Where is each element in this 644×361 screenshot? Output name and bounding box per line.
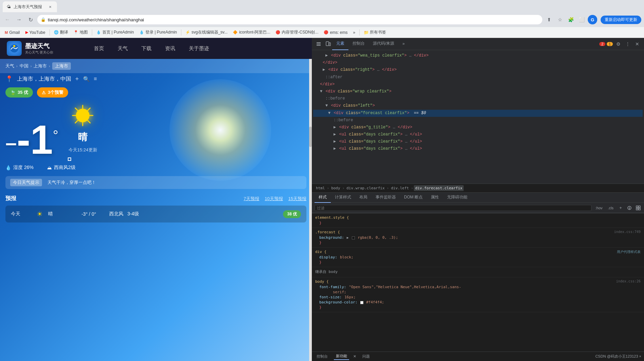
aqi-badge[interactable]: 🍃 35 优 <box>5 87 33 98</box>
bookmark-svg[interactable]: ⚡ svg在线编辑器_sv... <box>183 29 229 36</box>
color-swatch-body-bg[interactable] <box>360 301 363 304</box>
address-bar[interactable]: 🔒 tianqi.moji.com/weather/china/shanghai… <box>37 15 542 24</box>
dom-line-5[interactable]: </div> <box>313 81 643 88</box>
bookmark-gmail[interactable]: M Gmail <box>3 29 22 36</box>
dom-line-9-selected[interactable]: ▼ <div class="forecast clearfix"> == $0 <box>313 110 643 117</box>
dom-line-4[interactable]: ::after <box>313 74 643 81</box>
forecast-tab-10[interactable]: 10天预报 <box>265 196 283 202</box>
search-location-btn[interactable]: 🔍 <box>83 76 90 82</box>
breadcrumb-shanghai-district[interactable]: 上海市 <box>52 62 71 70</box>
bookmark-pureadmin1[interactable]: 💧 首页 | PureAdmin <box>94 29 136 36</box>
add-location-btn[interactable]: + <box>75 76 79 83</box>
breadcrumb-china[interactable]: 中国 <box>20 63 28 69</box>
dom-line-8[interactable]: ▼ <div class="left"> <box>313 102 643 109</box>
styles-filter-input[interactable] <box>315 205 591 211</box>
nav-news[interactable]: 资讯 <box>165 45 175 52</box>
style-prop-font-family-cont: serif; <box>315 290 641 295</box>
dom-line-10[interactable]: ::before <box>313 117 643 124</box>
elem-crumb-body[interactable]: body <box>330 185 342 191</box>
breadcrumb-shanghai-city[interactable]: 上海市 <box>34 63 47 69</box>
color-swatch-bg[interactable] <box>352 236 355 239</box>
nav-about[interactable]: 关于墨迹 <box>189 45 209 52</box>
devtools-settings-btn[interactable]: ⚙ <box>614 40 622 48</box>
update-button[interactable]: 重新启动即可更新 <box>601 16 641 24</box>
bottom-close-btn[interactable]: ✕ <box>353 354 356 359</box>
split-button[interactable]: ⬜ <box>577 15 586 24</box>
devtools-tab-elements[interactable]: 元素 <box>332 38 348 50</box>
nav-home[interactable]: 首页 <box>94 45 104 52</box>
subtab-event-listeners[interactable]: 事件监听器 <box>371 193 400 203</box>
elem-crumb-wrap[interactable]: div.wrap.clearfix <box>345 185 386 191</box>
devtools-device-btn[interactable] <box>324 40 332 48</box>
scrollbar-thumb[interactable] <box>309 127 312 147</box>
svg-line-7 <box>88 121 90 123</box>
breadcrumb-tianqi[interactable]: 天气 <box>5 63 14 69</box>
filter-toggle-icon[interactable] <box>626 205 632 211</box>
filter-color-icon[interactable] <box>635 205 641 211</box>
devtools-more-btn[interactable]: ⋮ <box>624 40 632 48</box>
bookmark-folder[interactable]: 📁 所有书签 <box>362 29 388 36</box>
devtools-tab-console[interactable]: 控制台 <box>348 38 369 50</box>
bookmark-maps[interactable]: 📍 地图 <box>72 29 90 36</box>
devtools-tab-sources[interactable]: 源代码/来源 <box>369 38 398 50</box>
dom-line-2[interactable]: </div> <box>313 59 643 66</box>
aqi-badge-text: 35 优 <box>18 89 28 95</box>
dom-line-1[interactable]: ▶ <div class="wea_tips clearfix"> … </di… <box>313 52 643 59</box>
dom-line-3[interactable]: ▶ <div class="right"> … </div> <box>313 66 643 73</box>
nav-weather[interactable]: 天气 <box>118 45 128 52</box>
extensions-button[interactable]: 🧩 <box>566 15 576 24</box>
forecast-tab-15[interactable]: 15天预报 <box>288 196 306 202</box>
bottom-tab-console[interactable]: 控制台 <box>315 353 330 360</box>
subtab-styles[interactable]: 样式 <box>315 193 331 203</box>
bookmark-ems[interactable]: 🔴 ems: ems <box>322 29 349 36</box>
elem-crumb-forecast[interactable]: div.forecast.clearfix <box>414 185 464 191</box>
dom-line-13[interactable]: ▶ <ul class="days clearfix"> … </ul> <box>313 138 643 145</box>
bookmark-csdn[interactable]: 🔴 内容管理-CSDN创... <box>274 29 320 36</box>
devtools-tab-more[interactable]: » <box>398 38 409 50</box>
alerts-badge[interactable]: ⚠ 3个预警 <box>37 87 68 98</box>
profile-avatar[interactable]: G <box>588 15 597 24</box>
bookmark-iconfont[interactable]: 🔶 iconfont-阿里巴... <box>231 29 272 36</box>
bookmark-button[interactable]: ☆ <box>555 15 565 24</box>
filter-cls-btn[interactable]: .cls <box>607 205 615 211</box>
dom-line-6[interactable]: ▼ <div class="wrap clearfix"> <box>313 88 643 95</box>
scrollbar[interactable] <box>309 59 312 361</box>
subtab-properties[interactable]: 属性 <box>427 193 443 203</box>
bottom-tab-new[interactable]: 新功能 <box>334 353 349 360</box>
nav-download[interactable]: 下载 <box>141 45 152 52</box>
forecast-tab-7[interactable]: 7天预报 <box>244 196 259 202</box>
share-button[interactable]: ⬆ <box>544 15 554 24</box>
weather-site: 墨迹天气 关心天气·更关心你 首页 天气 下载 资讯 关于墨迹 天气 › 中国 … <box>0 38 312 361</box>
dom-line-11[interactable]: ▶ <div class="g_title"> … </div> <box>313 124 643 131</box>
dom-line-14[interactable]: ▶ <ul class="days clearfix"> … </ul> <box>313 145 643 152</box>
bookmark-youtube[interactable]: ▶ YouTube <box>23 29 47 36</box>
bottom-tab-issues[interactable]: 问题 <box>360 353 372 360</box>
list-location-btn[interactable]: ≡ <box>94 76 97 82</box>
subtab-computed[interactable]: 计算样式 <box>331 193 355 203</box>
forward-button[interactable]: → <box>14 15 24 24</box>
elem-crumb-left[interactable]: div.left <box>389 185 410 191</box>
logo-text: 墨迹天气 关心天气·更关心你 <box>25 42 53 55</box>
refresh-button[interactable]: ↻ <box>26 15 35 24</box>
style-block-forecast: .forecast { index.css:749 background: ▶ … <box>312 228 644 248</box>
dom-line-12[interactable]: ▶ <ul class="days clearfix"> … </ul> <box>313 131 643 138</box>
bookmark-translate[interactable]: 🌐 翻译 <box>52 29 70 36</box>
filter-hov-btn[interactable]: :hov <box>594 205 604 211</box>
filter-add-icon[interactable]: + <box>618 205 624 211</box>
dom-line-7[interactable]: ::before <box>313 95 643 102</box>
devtools-close-btn[interactable]: ✕ <box>633 40 641 48</box>
sun-small-icon: ☀ <box>37 210 43 218</box>
logo-sub-text: 关心天气·更关心你 <box>25 50 53 55</box>
bookmark-more[interactable]: » <box>351 29 358 36</box>
subtab-dom-breakpoints[interactable]: DOM 断点 <box>400 193 427 203</box>
back-button[interactable]: ← <box>3 15 12 24</box>
style-prop-display: display: block; <box>315 255 641 260</box>
forecast-temp: -3° / 0° <box>72 211 106 217</box>
bookmark-pureadmin2[interactable]: 💧 登录 | PureAdmin <box>137 29 179 36</box>
browser-tab-active[interactable]: 🌤 上海市天气预报 ✕ <box>3 1 57 12</box>
elem-crumb-html[interactable]: html <box>315 185 326 191</box>
tab-close-btn[interactable]: ✕ <box>47 4 53 9</box>
devtools-inspect-btn[interactable] <box>315 40 323 48</box>
subtab-accessibility[interactable]: 无障碍功能 <box>443 193 471 203</box>
subtab-layout[interactable]: 布局 <box>355 193 371 203</box>
